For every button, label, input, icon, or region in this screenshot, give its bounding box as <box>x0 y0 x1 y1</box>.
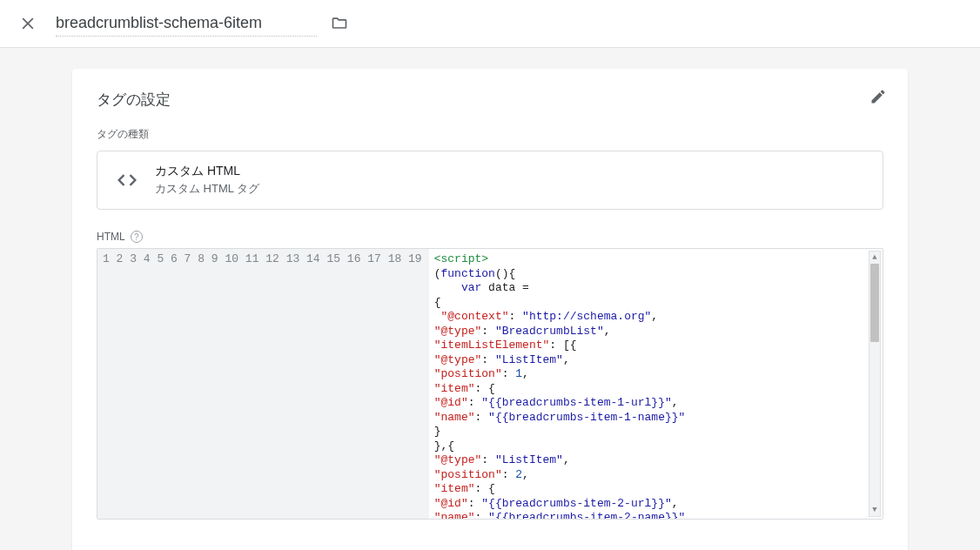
edit-icon[interactable] <box>869 88 887 108</box>
scrollbar-thumb[interactable] <box>870 264 879 342</box>
tag-type-label: タグの種類 <box>97 127 883 142</box>
section-title: タグの設定 <box>97 90 883 110</box>
tag-type-name: カスタム HTML <box>155 164 259 179</box>
html-field-label: HTML <box>97 231 125 243</box>
code-icon <box>111 164 143 196</box>
tag-config-card: タグの設定 タグの種類 カスタム HTML カスタム HTML タグ HTML … <box>72 69 908 550</box>
scroll-up-icon[interactable]: ▲ <box>869 252 880 264</box>
tag-name-input[interactable] <box>56 10 317 37</box>
close-icon[interactable] <box>17 13 38 34</box>
editor-gutter: 1 2 3 4 5 6 7 8 9 10 11 12 13 14 15 16 1… <box>97 249 429 519</box>
folder-icon[interactable] <box>331 15 348 32</box>
tag-type-text: カスタム HTML カスタム HTML タグ <box>155 164 259 197</box>
html-code-editor[interactable]: 1 2 3 4 5 6 7 8 9 10 11 12 13 14 15 16 1… <box>97 248 883 520</box>
header-bar <box>0 0 980 48</box>
editor-code-area[interactable]: <script> (function(){ var data = { "@con… <box>429 249 883 519</box>
scroll-down-icon[interactable]: ▼ <box>869 504 880 516</box>
tag-type-sub: カスタム HTML タグ <box>155 181 259 197</box>
tag-type-selector[interactable]: カスタム HTML カスタム HTML タグ <box>97 151 883 210</box>
help-icon[interactable]: ? <box>131 231 143 243</box>
scrollbar-track[interactable]: ▲ ▼ <box>869 251 881 517</box>
html-label-row: HTML ? <box>97 231 883 243</box>
content-area: タグの設定 タグの種類 カスタム HTML カスタム HTML タグ HTML … <box>0 48 980 550</box>
